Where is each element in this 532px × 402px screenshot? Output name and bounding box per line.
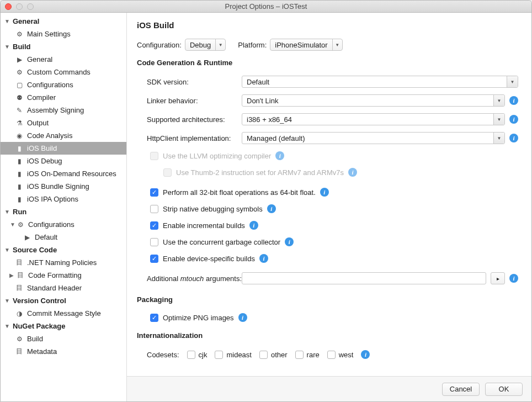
sidebar-item-code-formatting[interactable]: ▶⽬Code Formatting xyxy=(1,269,126,282)
list-icon: ⽬ xyxy=(15,258,24,267)
http-select[interactable]: Managed (default) ▼ xyxy=(242,132,505,144)
chevron-down-icon: ▼ xyxy=(215,39,225,50)
chevron-down-icon: ▼ xyxy=(493,95,504,106)
thumb-label: Use Thumb-2 instruction set for ARMv7 an… xyxy=(176,168,344,177)
sidebar-item-nuget-build[interactable]: ⚙Build xyxy=(1,332,126,345)
sidebar-item-ios-bundle-signing[interactable]: ▮iOS Bundle Signing xyxy=(1,180,126,193)
info-icon[interactable]: i xyxy=(509,115,518,124)
device-builds-checkbox[interactable]: ✓ xyxy=(150,255,158,263)
sdk-select[interactable]: Default ▼ xyxy=(242,76,518,88)
info-icon[interactable]: i xyxy=(267,204,276,213)
codeset-rare-checkbox[interactable] xyxy=(295,351,304,359)
float-checkbox[interactable]: ✓ xyxy=(150,188,158,197)
codeset-mideast-checkbox[interactable] xyxy=(215,351,223,359)
chevron-down-icon: ▼ xyxy=(4,247,10,253)
sidebar-header-source-code[interactable]: ▼ Source Code xyxy=(1,244,126,256)
sidebar-item-standard-header[interactable]: ⽬Standard Header xyxy=(1,282,126,294)
chevron-down-icon: ▼ xyxy=(4,44,10,50)
linker-select[interactable]: Don't Link ▼ xyxy=(242,94,505,107)
sidebar: ▼ General ⚙ Main Settings ▼ Build ▶Gener… xyxy=(1,13,127,401)
strip-checkbox[interactable] xyxy=(150,205,158,213)
sidebar-item-ios-debug[interactable]: ▮iOS Debug xyxy=(1,155,126,167)
sidebar-item-nuget-metadata[interactable]: ⽬Metadata xyxy=(1,345,126,358)
chevron-down-icon: ▼ xyxy=(4,18,10,24)
titlebar: Project Options – iOSTest xyxy=(1,1,531,13)
configuration-select[interactable]: Debug ▼ xyxy=(185,39,226,51)
sidebar-item-commit-style[interactable]: ◑Commit Message Style xyxy=(1,307,126,320)
incremental-checkbox[interactable]: ✓ xyxy=(150,221,158,230)
sidebar-header-build[interactable]: ▼ Build xyxy=(1,40,126,53)
strip-label: Strip native debugging symbols xyxy=(163,205,263,213)
gear-icon: ⚙ xyxy=(15,335,24,343)
codeset-west-checkbox[interactable] xyxy=(327,351,336,359)
linker-label: Linker behavior: xyxy=(137,97,242,105)
mtouch-menu-button[interactable]: ▸ xyxy=(491,272,505,284)
sidebar-item-configurations[interactable]: ▢Configurations xyxy=(1,78,126,91)
png-checkbox[interactable]: ✓ xyxy=(150,314,158,322)
play-icon: ▶ xyxy=(15,56,24,64)
codeset-cjk-checkbox[interactable] xyxy=(187,351,195,359)
footer: Cancel OK xyxy=(127,376,531,401)
sidebar-item-compiler[interactable]: ⚉Compiler xyxy=(1,91,126,104)
info-icon[interactable]: i xyxy=(320,188,329,197)
sidebar-item-code-analysis[interactable]: ◉Code Analysis xyxy=(1,129,126,142)
arch-select[interactable]: i386 + x86_64 ▼ xyxy=(242,113,505,125)
info-icon[interactable]: i xyxy=(509,274,518,283)
sidebar-header-nuget[interactable]: ▼ NuGet Package xyxy=(1,320,126,332)
phone-icon: ▮ xyxy=(15,183,24,191)
sidebar-item-custom-commands[interactable]: ⚙Custom Commands xyxy=(1,66,126,78)
info-icon[interactable]: i xyxy=(259,254,268,263)
sidebar-item-naming-policies[interactable]: ⽬.NET Naming Policies xyxy=(1,256,126,269)
cancel-button[interactable]: Cancel xyxy=(442,383,480,396)
gear-icon: ⚙ xyxy=(15,68,24,76)
llvm-checkbox xyxy=(150,152,158,160)
sidebar-item-run-default[interactable]: ▶ Default xyxy=(1,231,126,244)
section-packaging: Packaging xyxy=(137,295,522,304)
info-icon[interactable]: i xyxy=(238,313,247,322)
header-icon: ⽬ xyxy=(15,283,24,293)
sidebar-item-run-configurations[interactable]: ▼ ⚙ Configurations xyxy=(1,218,126,231)
gc-checkbox[interactable] xyxy=(150,238,158,246)
pencil-icon: ✎ xyxy=(15,107,24,114)
page-title: iOS Build xyxy=(137,20,522,30)
platform-select[interactable]: iPhoneSimulator ▼ xyxy=(270,39,342,51)
chevron-down-icon: ▼ xyxy=(4,298,10,304)
http-label: HttpClient implementation: xyxy=(137,134,242,142)
info-icon[interactable]: i xyxy=(249,221,258,230)
info-icon[interactable]: i xyxy=(361,350,370,359)
info-icon[interactable]: i xyxy=(285,237,294,246)
window-title: Project Options – iOSTest xyxy=(1,2,531,10)
sidebar-item-output[interactable]: ⚗Output xyxy=(1,117,126,129)
phone-icon: ▮ xyxy=(15,170,24,178)
codeset-other-checkbox[interactable] xyxy=(259,351,268,359)
platform-label: Platform: xyxy=(238,41,267,49)
mtouch-input[interactable] xyxy=(242,272,486,284)
section-codegen: Code Generation & Runtime xyxy=(137,59,522,67)
chevron-down-icon: ▼ xyxy=(9,221,16,228)
format-icon: ⽬ xyxy=(16,271,25,280)
sidebar-item-ios-ipa[interactable]: ▮iOS IPA Options xyxy=(1,193,126,205)
chevron-down-icon: ▼ xyxy=(4,209,10,215)
chevron-down-icon: ▼ xyxy=(4,323,10,329)
mtouch-label: Additional mtouch arguments: xyxy=(137,274,242,283)
info-icon[interactable]: i xyxy=(509,96,518,105)
sidebar-item-ios-build[interactable]: ▮iOS Build xyxy=(1,142,126,155)
sidebar-header-version-control[interactable]: ▼ Version Control xyxy=(1,294,126,307)
sidebar-header-run[interactable]: ▼ Run xyxy=(1,205,126,218)
phone-icon: ▮ xyxy=(15,157,24,165)
chevron-down-icon: ▼ xyxy=(332,39,342,50)
incremental-label: Enable incremental builds xyxy=(163,221,245,230)
ok-button[interactable]: OK xyxy=(485,383,523,396)
sidebar-item-ios-ondemand[interactable]: ▮iOS On-Demand Resources xyxy=(1,167,126,180)
codesets-label: Codesets: xyxy=(147,351,179,359)
sidebar-item-main-settings[interactable]: ⚙ Main Settings xyxy=(1,28,126,40)
sidebar-item-assembly-signing[interactable]: ✎Assembly Signing xyxy=(1,104,126,117)
info-icon[interactable]: i xyxy=(509,134,518,142)
chevron-right-icon: ▶ xyxy=(8,272,15,278)
info-icon[interactable]: i xyxy=(275,151,284,160)
sidebar-item-build-general[interactable]: ▶General xyxy=(1,53,126,66)
chevron-down-icon: ▼ xyxy=(493,114,504,125)
arch-label: Supported architectures: xyxy=(137,115,242,124)
info-icon[interactable]: i xyxy=(348,168,357,177)
sidebar-header-general[interactable]: ▼ General xyxy=(1,15,126,28)
